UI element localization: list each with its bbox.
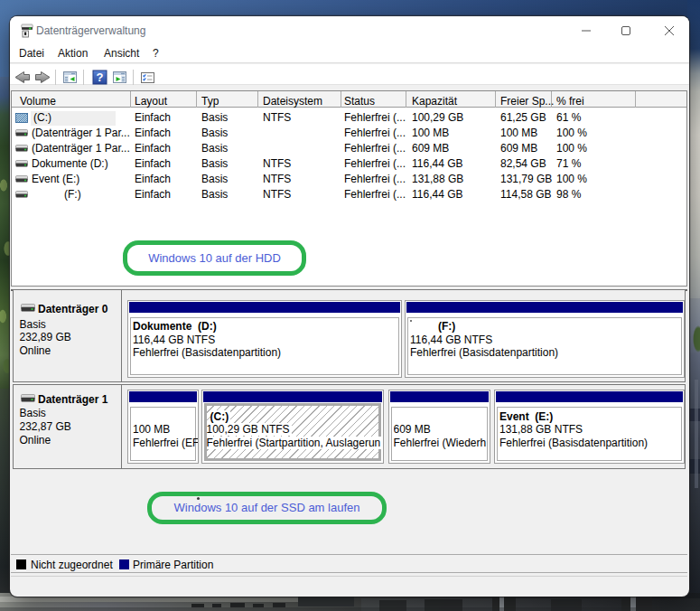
svg-text:?: ? [97, 70, 104, 84]
